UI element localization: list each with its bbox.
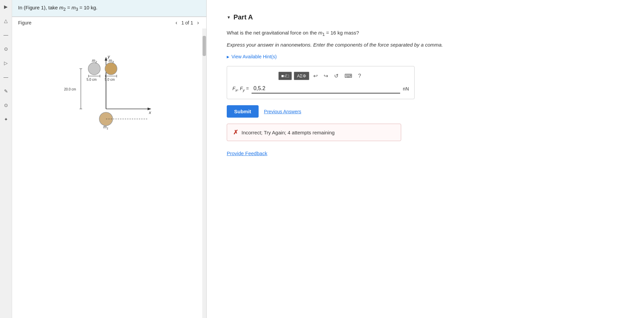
sidebar-icon-4[interactable]: ⊙ bbox=[2, 45, 10, 53]
svg-text:m2: m2 bbox=[92, 58, 97, 64]
feedback-link[interactable]: Provide Feedback bbox=[227, 150, 267, 156]
part-label: Part A bbox=[233, 13, 253, 21]
scroll-thumb bbox=[203, 36, 206, 56]
part-collapse-icon[interactable]: ▼ bbox=[227, 15, 231, 20]
svg-text:5.0 cm: 5.0 cm bbox=[105, 78, 115, 81]
help-button[interactable]: ? bbox=[356, 72, 363, 80]
answer-box: ■√□ AΣΦ ↩ ↪ ↺ ⌨ ? Fx, Fy = nN bbox=[227, 66, 415, 99]
sidebar-icon-2[interactable]: △ bbox=[2, 17, 10, 25]
error-box: ✗ Incorrect; Try Again; 4 attempts remai… bbox=[227, 124, 401, 141]
error-icon: ✗ bbox=[233, 129, 238, 136]
input-row: Fx, Fy = nN bbox=[232, 84, 409, 93]
keyboard-button[interactable]: ⌨ bbox=[342, 72, 354, 80]
problem-statement: In (Figure 1), take m2 = m3 = 10 kg. bbox=[12, 0, 206, 17]
figure-nav: ‹ 1 of 1 › bbox=[174, 20, 200, 26]
part-header: ▼ Part A bbox=[227, 13, 624, 21]
sidebar-icon-3[interactable]: — bbox=[2, 31, 10, 39]
hint-link[interactable]: ▶ View Available Hint(s) bbox=[227, 54, 624, 59]
question-text: What is the net gravitational force on t… bbox=[227, 29, 624, 38]
undo-button[interactable]: ↩ bbox=[311, 72, 320, 80]
matrix-button[interactable]: ■√□ bbox=[278, 72, 292, 80]
answer-toolbar: ■√□ AΣΦ ↩ ↪ ↺ ⌨ ? bbox=[232, 72, 409, 80]
answer-input[interactable] bbox=[252, 84, 400, 93]
scrollbar[interactable] bbox=[202, 28, 206, 318]
right-panel: ▼ Part A What is the net gravitational f… bbox=[207, 0, 644, 318]
unit-label: nN bbox=[403, 86, 409, 91]
sidebar-icon-6[interactable]: — bbox=[2, 73, 10, 81]
hint-link-label: View Available Hint(s) bbox=[231, 54, 277, 59]
svg-text:x: x bbox=[149, 110, 151, 115]
redo-button[interactable]: ↪ bbox=[322, 72, 330, 80]
prev-figure-button[interactable]: ‹ bbox=[174, 20, 178, 26]
left-sidebar: ▶ △ — ⊙ ▷ — ✎ ⊙ ✦ bbox=[0, 0, 12, 318]
sidebar-icon-7[interactable]: ✎ bbox=[2, 87, 10, 95]
sidebar-icon-5[interactable]: ▷ bbox=[2, 59, 10, 67]
left-panel: In (Figure 1), take m2 = m3 = 10 kg. Fig… bbox=[12, 0, 207, 318]
svg-text:20.0 cm: 20.0 cm bbox=[64, 87, 76, 91]
svg-point-9 bbox=[105, 63, 117, 75]
submit-button[interactable]: Submit bbox=[227, 105, 259, 118]
svg-text:m3: m3 bbox=[109, 58, 114, 64]
svg-text:5.0 cm: 5.0 cm bbox=[87, 78, 97, 81]
symbol-button[interactable]: AΣΦ bbox=[294, 72, 309, 80]
svg-marker-1 bbox=[105, 57, 107, 61]
instruction-text: Express your answer in nanonewtons. Ente… bbox=[227, 41, 624, 49]
svg-point-7 bbox=[88, 63, 100, 75]
next-figure-button[interactable]: › bbox=[196, 20, 200, 26]
physics-diagram: y x m2 m3 5.0 cm bbox=[59, 39, 160, 132]
sidebar-icon-1[interactable]: ▶ bbox=[2, 3, 10, 11]
figure-area: y x m2 m3 5.0 cm bbox=[12, 28, 206, 318]
figure-page: 1 of 1 bbox=[181, 20, 193, 25]
previous-answers-link[interactable]: Previous Answers bbox=[264, 109, 301, 114]
figure-label: Figure bbox=[18, 20, 32, 25]
submit-row: Submit Previous Answers bbox=[227, 105, 624, 118]
sidebar-icon-9[interactable]: ✦ bbox=[2, 115, 10, 123]
reset-button[interactable]: ↺ bbox=[332, 72, 340, 80]
sidebar-icon-8[interactable]: ⊙ bbox=[2, 101, 10, 109]
input-label: Fx, Fy = bbox=[232, 86, 249, 92]
figure-diagram: y x m2 m3 5.0 cm bbox=[15, 32, 203, 139]
figure-label-row: Figure ‹ 1 of 1 › bbox=[12, 17, 206, 28]
hint-triangle-icon: ▶ bbox=[227, 55, 229, 59]
error-message: Incorrect; Try Again; 4 attempts remaini… bbox=[241, 130, 335, 135]
